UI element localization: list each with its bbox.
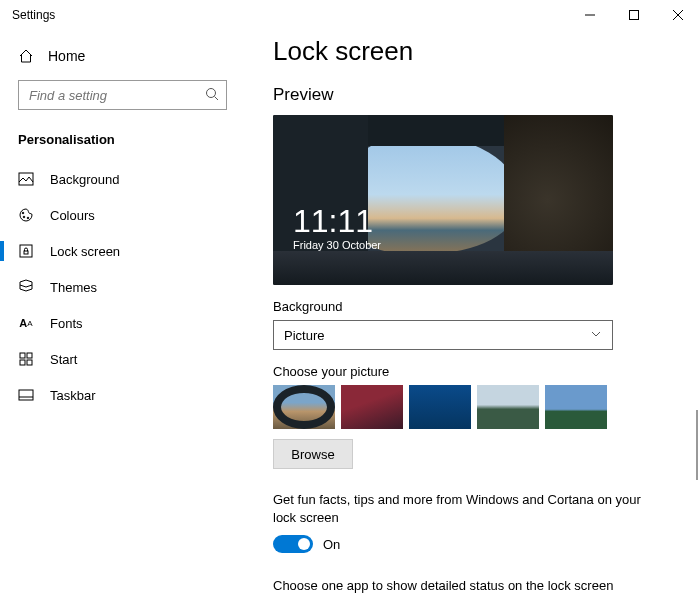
lock-screen-icon xyxy=(18,243,34,259)
browse-button[interactable]: Browse xyxy=(273,439,353,469)
sidebar-item-colours[interactable]: Colours xyxy=(0,197,245,233)
svg-point-7 xyxy=(22,212,24,214)
sidebar-item-background[interactable]: Background xyxy=(0,161,245,197)
svg-rect-1 xyxy=(630,11,639,20)
sidebar-item-label: Fonts xyxy=(50,316,83,331)
start-icon xyxy=(18,351,34,367)
sidebar-item-label: Colours xyxy=(50,208,95,223)
sidebar: Home Personalisation Background Colours … xyxy=(0,30,245,604)
svg-point-9 xyxy=(27,217,29,219)
home-button[interactable]: Home xyxy=(0,38,245,74)
svg-rect-13 xyxy=(27,353,32,358)
picture-thumb[interactable] xyxy=(341,385,403,429)
svg-rect-15 xyxy=(27,360,32,365)
search-icon xyxy=(205,87,219,105)
lock-screen-preview: 11:11 Friday 30 October xyxy=(273,115,613,285)
palette-icon xyxy=(18,207,34,223)
sidebar-item-label: Background xyxy=(50,172,119,187)
dropdown-value: Picture xyxy=(284,328,324,343)
scrollbar[interactable] xyxy=(696,410,698,480)
titlebar: Settings xyxy=(0,0,700,30)
background-dropdown[interactable]: Picture xyxy=(273,320,613,350)
sidebar-item-label: Taskbar xyxy=(50,388,96,403)
sidebar-item-lock-screen[interactable]: Lock screen xyxy=(0,233,245,269)
sidebar-item-taskbar[interactable]: Taskbar xyxy=(0,377,245,413)
detailed-status-label: Choose one app to show detailed status o… xyxy=(273,577,653,595)
picture-thumb[interactable] xyxy=(545,385,607,429)
svg-rect-16 xyxy=(19,390,33,400)
fonts-icon: AA xyxy=(18,315,34,331)
preview-heading: Preview xyxy=(273,85,670,105)
sidebar-item-label: Lock screen xyxy=(50,244,120,259)
image-icon xyxy=(18,171,34,187)
svg-rect-12 xyxy=(20,353,25,358)
svg-line-5 xyxy=(215,97,219,101)
svg-point-4 xyxy=(207,89,216,98)
themes-icon xyxy=(18,279,34,295)
window-title: Settings xyxy=(12,8,568,22)
choose-picture-label: Choose your picture xyxy=(273,364,670,379)
sidebar-item-label: Start xyxy=(50,352,77,367)
close-button[interactable] xyxy=(656,0,700,30)
picture-thumb[interactable] xyxy=(477,385,539,429)
svg-rect-11 xyxy=(24,251,28,254)
chevron-down-icon xyxy=(590,328,602,343)
clock-time: 11:11 xyxy=(293,205,381,237)
sidebar-item-fonts[interactable]: AA Fonts xyxy=(0,305,245,341)
picture-thumb[interactable] xyxy=(409,385,471,429)
main-content: Lock screen Preview 11:11 Friday 30 Octo… xyxy=(245,30,700,604)
section-header: Personalisation xyxy=(0,126,245,161)
toggle-state-label: On xyxy=(323,537,340,552)
fun-facts-toggle[interactable] xyxy=(273,535,313,553)
home-icon xyxy=(18,48,34,64)
svg-point-8 xyxy=(23,216,25,218)
sidebar-item-label: Themes xyxy=(50,280,97,295)
taskbar-icon xyxy=(18,387,34,403)
svg-rect-14 xyxy=(20,360,25,365)
clock-date: Friday 30 October xyxy=(293,239,381,251)
sidebar-item-start[interactable]: Start xyxy=(0,341,245,377)
sidebar-item-themes[interactable]: Themes xyxy=(0,269,245,305)
minimize-button[interactable] xyxy=(568,0,612,30)
fun-facts-description: Get fun facts, tips and more from Window… xyxy=(273,491,653,527)
page-title: Lock screen xyxy=(273,36,670,67)
search-input[interactable] xyxy=(18,80,227,110)
picture-thumb[interactable] xyxy=(273,385,335,429)
background-label: Background xyxy=(273,299,670,314)
maximize-button[interactable] xyxy=(612,0,656,30)
picture-thumbnails xyxy=(273,385,670,429)
home-label: Home xyxy=(48,48,85,64)
